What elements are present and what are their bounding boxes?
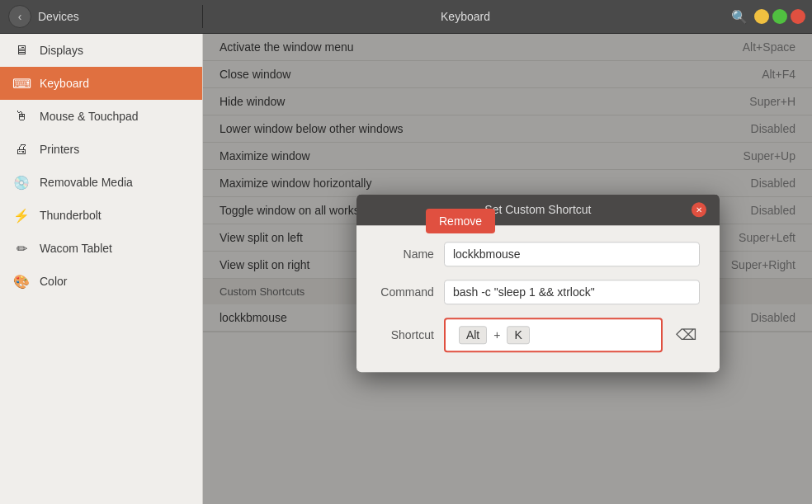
shortcut-delete-button[interactable]: ⌫ [673, 323, 700, 347]
minimize-button[interactable] [754, 9, 769, 24]
titlebar: ‹ Devices Keyboard 🔍 [0, 0, 812, 34]
titlebar-right: 🔍 [728, 6, 812, 28]
remove-button[interactable]: Remove [426, 209, 495, 233]
thunderbolt-icon: ⚡ [13, 207, 30, 224]
name-label: Name [376, 247, 434, 261]
command-label: Command [376, 285, 434, 299]
sidebar-item-mouse[interactable]: 🖱 Mouse & Touchpad [0, 100, 202, 133]
maximize-button[interactable] [772, 9, 787, 24]
titlebar-left: ‹ Devices [0, 5, 203, 28]
shortcut-modifier: Alt [459, 326, 487, 344]
sidebar-label-removable: Removable Media [40, 176, 133, 189]
dialog-content: Name Command Shortcut Alt + K ⌫ [356, 225, 720, 372]
set-shortcut-dialog: Set Custom Shortcut ✕ Name Command Short… [356, 194, 720, 372]
shortcut-plus: + [493, 328, 500, 341]
sidebar-label-thunderbolt: Thunderbolt [40, 209, 102, 222]
shortcut-box[interactable]: Alt + K [444, 318, 663, 352]
shortcut-field-row: Shortcut Alt + K ⌫ [376, 318, 700, 352]
keyboard-icon: ⌨ [13, 75, 30, 92]
sidebar-item-removable[interactable]: 💿 Removable Media [0, 166, 202, 199]
command-field-row: Command [376, 280, 700, 304]
window-title: Keyboard [441, 10, 490, 23]
sidebar-label-displays: Displays [40, 44, 83, 57]
name-input[interactable] [444, 242, 700, 266]
sidebar-label-wacom: Wacom Tablet [40, 242, 112, 255]
printers-icon: 🖨 [13, 141, 30, 158]
shortcut-key: K [507, 326, 529, 344]
dialog-close-button[interactable]: ✕ [692, 202, 706, 217]
dialog-title: Set Custom Shortcut [484, 203, 591, 216]
sidebar-label-mouse: Mouse & Touchpad [40, 110, 139, 123]
removable-icon: 💿 [13, 174, 30, 191]
sidebar-item-wacom[interactable]: ✏ Wacom Tablet [0, 232, 202, 265]
mouse-icon: 🖱 [13, 108, 30, 125]
sidebar-item-color[interactable]: 🎨 Color [0, 265, 202, 298]
sidebar-item-keyboard[interactable]: ⌨ Keyboard [0, 67, 202, 100]
titlebar-center: Keyboard [203, 10, 728, 23]
main-layout: 🖥 Displays ⌨ Keyboard 🖱 Mouse & Touchpad… [0, 34, 812, 504]
name-field-row: Name [376, 242, 700, 266]
content-area: Activate the window menu Alt+Space Close… [203, 34, 812, 504]
sidebar-item-thunderbolt[interactable]: ⚡ Thunderbolt [0, 199, 202, 232]
shortcut-label: Shortcut [376, 328, 434, 341]
wacom-icon: ✏ [13, 240, 30, 257]
displays-icon: 🖥 [13, 42, 30, 59]
color-icon: 🎨 [13, 273, 30, 290]
sidebar-label-color: Color [40, 275, 67, 288]
sidebar-label-keyboard: Keyboard [40, 77, 89, 90]
sidebar-label-printers: Printers [40, 143, 79, 156]
command-input[interactable] [444, 280, 700, 304]
search-button[interactable]: 🔍 [728, 6, 751, 28]
close-button[interactable] [791, 9, 805, 24]
sidebar: 🖥 Displays ⌨ Keyboard 🖱 Mouse & Touchpad… [0, 34, 203, 504]
section-title: Devices [38, 10, 79, 23]
dialog-titlebar: Set Custom Shortcut ✕ [356, 194, 720, 225]
back-button[interactable]: ‹ [8, 5, 31, 28]
sidebar-item-printers[interactable]: 🖨 Printers [0, 133, 202, 166]
sidebar-item-displays[interactable]: 🖥 Displays [0, 34, 202, 67]
